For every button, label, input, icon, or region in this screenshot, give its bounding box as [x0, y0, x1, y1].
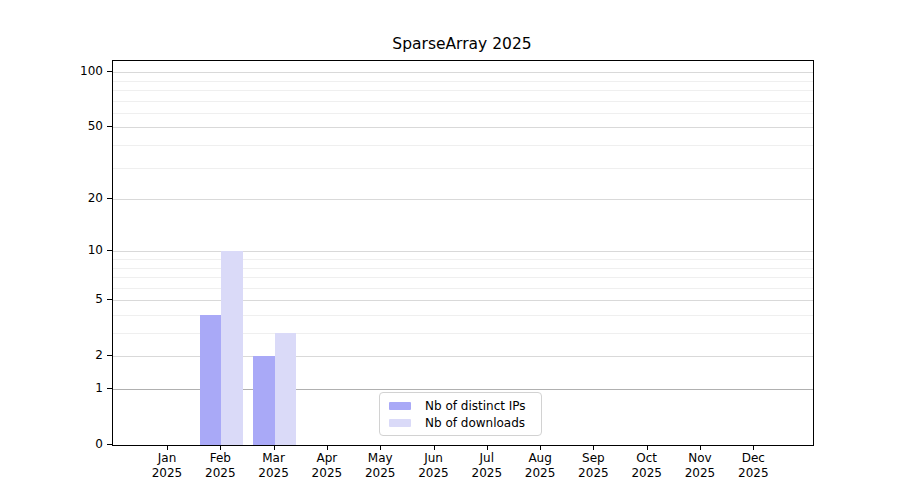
y-tick-label-1: 1	[59, 380, 103, 396]
legend-swatch-downloads	[389, 419, 411, 427]
x-tick-may	[380, 445, 381, 450]
x-tick-label-dec: Dec2025	[721, 451, 785, 481]
gridline-minor-9	[113, 259, 813, 260]
y-tick-label-0: 0	[59, 436, 103, 452]
gridline-major-20	[113, 199, 813, 200]
y-tick-10	[107, 250, 112, 251]
legend-item-distinct-ips: Nb of distinct IPs	[389, 398, 533, 414]
gridline-minor-80	[113, 90, 813, 91]
legend: Nb of distinct IPs Nb of downloads	[379, 392, 542, 436]
y-tick-label-50: 50	[59, 118, 103, 134]
x-tick-aug	[540, 445, 541, 450]
y-tick-label-5: 5	[59, 291, 103, 307]
legend-item-downloads: Nb of downloads	[389, 415, 533, 431]
bar-feb-distinct-ips	[200, 315, 221, 445]
y-tick-1	[107, 388, 112, 389]
gridline-major-50	[113, 127, 813, 128]
gridline-minor-60	[113, 113, 813, 114]
y-tick-label-2: 2	[59, 347, 103, 363]
gridline-major-5	[113, 300, 813, 301]
gridline-minor-90	[113, 81, 813, 82]
y-tick-label-20: 20	[59, 190, 103, 206]
gridline-minor-8	[113, 268, 813, 269]
y-tick-label-10: 10	[59, 242, 103, 258]
x-tick-nov	[700, 445, 701, 450]
legend-label-downloads: Nb of downloads	[425, 416, 525, 430]
chart-title: SparseArray 2025	[112, 35, 812, 53]
legend-swatch-distinct-ips	[389, 402, 411, 410]
x-tick-jun	[434, 445, 435, 450]
plot-area	[112, 60, 814, 446]
x-tick-jul	[487, 445, 488, 450]
y-tick-100	[107, 71, 112, 72]
y-tick-2	[107, 355, 112, 356]
y-tick-50	[107, 126, 112, 127]
x-tick-sep	[593, 445, 594, 450]
y-tick-20	[107, 198, 112, 199]
x-tick-apr	[327, 445, 328, 450]
legend-label-distinct-ips: Nb of distinct IPs	[425, 399, 526, 413]
y-tick-5	[107, 299, 112, 300]
gridline-minor-40	[113, 145, 813, 146]
x-tick-mar	[274, 445, 275, 450]
gridline-minor-7	[113, 277, 813, 278]
bar-mar-downloads	[275, 333, 296, 445]
x-tick-oct	[647, 445, 648, 450]
gridline-major-100	[113, 72, 813, 73]
x-tick-feb	[220, 445, 221, 450]
gridline-minor-30	[113, 168, 813, 169]
bar-feb-downloads	[221, 251, 242, 445]
x-tick-jan	[167, 445, 168, 450]
y-tick-label-100: 100	[59, 63, 103, 79]
gridline-minor-6	[113, 288, 813, 289]
gridline-major-10	[113, 251, 813, 252]
chart-figure: SparseArray 2025 0125102050100 Jan2025Fe…	[0, 0, 900, 500]
y-tick-0	[107, 444, 112, 445]
bar-mar-distinct-ips	[253, 356, 274, 445]
gridline-minor-70	[113, 101, 813, 102]
x-tick-dec	[753, 445, 754, 450]
